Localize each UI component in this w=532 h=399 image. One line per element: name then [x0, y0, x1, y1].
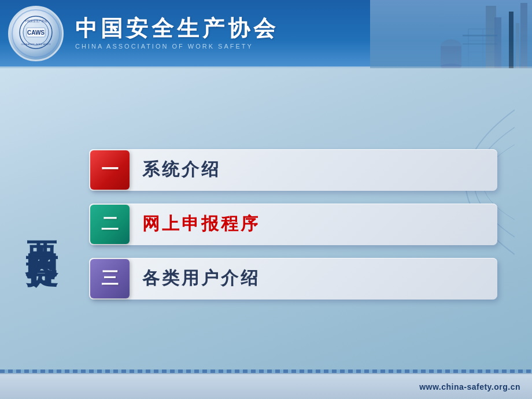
header-bg-right — [370, 0, 532, 68]
menu-item-1[interactable]: 一 系统介绍 — [89, 149, 497, 191]
menu-label-3: 各类用户介绍 — [142, 267, 260, 290]
logo-ring — [12, 9, 60, 58]
main-content: 要内容提 一 系统介绍 二 网上申报程序 三 — [0, 75, 532, 373]
vertical-text: 要内容提 — [23, 215, 60, 234]
svg-rect-8 — [494, 17, 501, 68]
menu-item-3[interactable]: 三 各类用户介绍 — [89, 258, 497, 300]
svg-rect-16 — [441, 46, 461, 66]
header-title-cn: 中国安全生产协会 — [75, 17, 279, 41]
logo-circle: CAWS 中国安全生产协会 CHINA ASSOC. WORK SAFETY — [8, 6, 64, 61]
footer: www.china-safety.org.cn — [0, 373, 532, 399]
svg-rect-10 — [516, 23, 519, 68]
svg-rect-20 — [463, 43, 497, 45]
menu-number-2: 二 — [90, 205, 130, 244]
svg-rect-18 — [520, 3, 527, 68]
header-logo-area: CAWS 中国安全生产协会 CHINA ASSOC. WORK SAFETY — [0, 6, 64, 61]
vertical-text-container: 要内容提 — [23, 215, 60, 234]
menu-item-2[interactable]: 二 网上申报程序 — [89, 204, 497, 245]
industrial-svg — [370, 0, 532, 68]
menu-label-1: 系统介绍 — [142, 158, 221, 182]
header: CAWS 中国安全生产协会 CHINA ASSOC. WORK SAFETY 中… — [0, 0, 532, 68]
menu-label-2: 网上申报程序 — [142, 212, 260, 236]
header-title-area: 中国安全生产协会 CHINA ASSOCIATION OF WORK SAFET… — [75, 17, 279, 50]
page-wrapper: CAWS 中国安全生产协会 CHINA ASSOC. WORK SAFETY 中… — [0, 0, 532, 399]
menu-items: 一 系统介绍 二 网上申报程序 三 各类用户介绍 — [89, 149, 497, 300]
menu-number-1: 一 — [90, 150, 130, 190]
header-title-en: CHINA ASSOCIATION OF WORK SAFETY — [75, 43, 279, 50]
svg-rect-19 — [463, 35, 497, 36]
menu-number-3: 三 — [90, 259, 130, 298]
svg-rect-9 — [509, 12, 513, 68]
footer-url: www.china-safety.org.cn — [419, 382, 520, 391]
